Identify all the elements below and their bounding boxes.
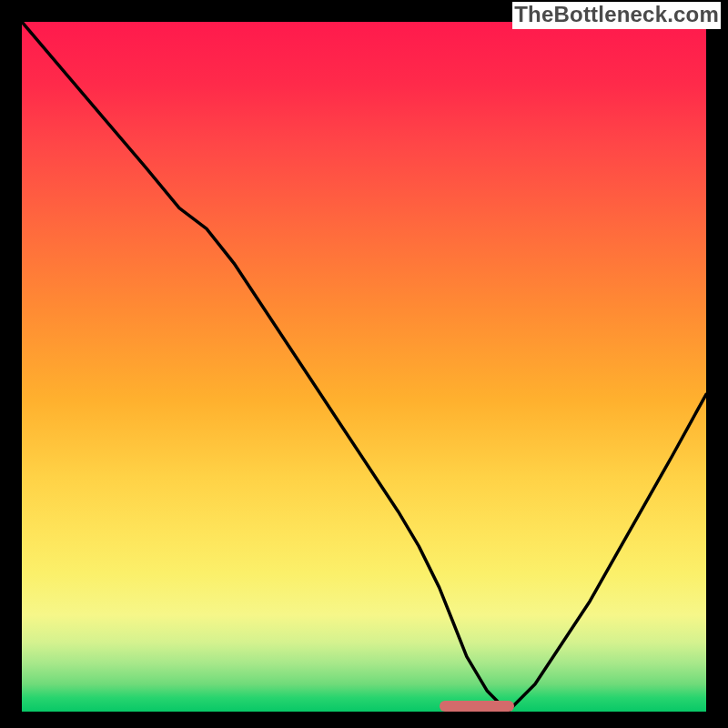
gradient-background — [22, 22, 706, 712]
watermark-text: TheBottleneck.com — [512, 2, 721, 29]
sweet-spot-marker — [440, 701, 515, 712]
chart-frame — [22, 22, 706, 712]
